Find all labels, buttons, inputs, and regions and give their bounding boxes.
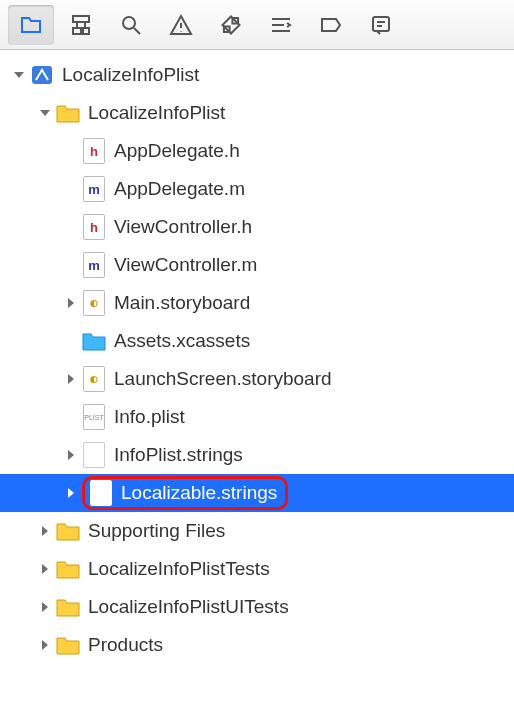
tree-item-label: AppDelegate.m [114, 178, 245, 200]
annotation-highlight: Localizable.strings [82, 476, 288, 510]
disclosure-triangle-icon[interactable] [64, 296, 78, 310]
find-navigator-icon[interactable] [108, 5, 154, 45]
disclosure-triangle-icon[interactable] [38, 562, 52, 576]
disclosure-triangle-icon[interactable] [64, 372, 78, 386]
tree-item-label: ViewController.h [114, 216, 252, 238]
project-navigator-tree[interactable]: LocalizeInfoPlistLocalizeInfoPlisthAppDe… [0, 50, 514, 664]
impl-file-icon: m [82, 177, 106, 201]
tree-item-label: LaunchScreen.storyboard [114, 368, 332, 390]
folder-icon [56, 101, 80, 125]
folder-icon [56, 595, 80, 619]
test-navigator-icon[interactable] [208, 5, 254, 45]
tree-item[interactable]: PLISTInfo.plist [0, 398, 514, 436]
tree-item[interactable]: ◐LaunchScreen.storyboard [0, 360, 514, 398]
tree-item-label: LocalizeInfoPlist [88, 102, 225, 124]
tree-item-label: LocalizeInfoPlistTests [88, 558, 270, 580]
disclosure-triangle-icon[interactable] [64, 486, 78, 500]
tree-item[interactable]: mAppDelegate.m [0, 170, 514, 208]
xcassets-icon [82, 329, 106, 353]
report-navigator-icon[interactable] [358, 5, 404, 45]
tree-item[interactable]: hAppDelegate.h [0, 132, 514, 170]
tree-item-label: Supporting Files [88, 520, 225, 542]
tree-item[interactable]: LocalizeInfoPlist [0, 56, 514, 94]
disclosure-triangle-icon[interactable] [38, 524, 52, 538]
impl-file-icon: m [82, 253, 106, 277]
tree-item[interactable]: LocalizeInfoPlistTests [0, 550, 514, 588]
disclosure-triangle-icon[interactable] [38, 638, 52, 652]
svg-rect-0 [73, 16, 89, 22]
debug-navigator-icon[interactable] [258, 5, 304, 45]
tree-item[interactable]: ◐Main.storyboard [0, 284, 514, 322]
tree-item-label: InfoPlist.strings [114, 444, 243, 466]
tree-item-label: AppDelegate.h [114, 140, 240, 162]
navigator-toolbar [0, 0, 514, 50]
disclosure-triangle-icon[interactable] [38, 106, 52, 120]
tree-item-label: Products [88, 634, 163, 656]
folder-icon [56, 633, 80, 657]
svg-rect-1 [73, 28, 81, 34]
strings-file-icon [89, 481, 113, 505]
disclosure-triangle-icon[interactable] [12, 68, 26, 82]
breakpoint-navigator-icon[interactable] [308, 5, 354, 45]
tree-item[interactable]: Supporting Files [0, 512, 514, 550]
xcodeproj-icon [30, 63, 54, 87]
folder-icon [56, 519, 80, 543]
svg-rect-2 [83, 28, 89, 34]
plist-file-icon: PLIST [82, 405, 106, 429]
svg-point-3 [123, 17, 135, 29]
tree-item-label: ViewController.m [114, 254, 257, 276]
tree-item[interactable]: mViewController.m [0, 246, 514, 284]
tree-item[interactable]: LocalizeInfoPlist [0, 94, 514, 132]
tree-item[interactable]: Localizable.strings [0, 474, 514, 512]
issue-navigator-icon[interactable] [158, 5, 204, 45]
tree-item-label: Info.plist [114, 406, 185, 428]
tree-item[interactable]: hViewController.h [0, 208, 514, 246]
tree-item-label: Localizable.strings [121, 482, 277, 504]
tree-item-label: Main.storyboard [114, 292, 250, 314]
storyboard-file-icon: ◐ [82, 291, 106, 315]
tree-item[interactable]: Products [0, 626, 514, 664]
tree-item-label: LocalizeInfoPlistUITests [88, 596, 289, 618]
header-file-icon: h [82, 139, 106, 163]
header-file-icon: h [82, 215, 106, 239]
tree-item-label: LocalizeInfoPlist [62, 64, 199, 86]
storyboard-file-icon: ◐ [82, 367, 106, 391]
svg-rect-4 [223, 16, 240, 33]
strings-file-icon [82, 443, 106, 467]
tree-item[interactable]: Assets.xcassets [0, 322, 514, 360]
disclosure-triangle-icon[interactable] [64, 448, 78, 462]
tree-item[interactable]: LocalizeInfoPlistUITests [0, 588, 514, 626]
folder-icon [56, 557, 80, 581]
tree-item-label: Assets.xcassets [114, 330, 250, 352]
tree-item[interactable]: InfoPlist.strings [0, 436, 514, 474]
svg-rect-5 [373, 17, 389, 31]
disclosure-triangle-icon[interactable] [38, 600, 52, 614]
symbol-navigator-icon[interactable] [58, 5, 104, 45]
file-navigator-icon[interactable] [8, 5, 54, 45]
